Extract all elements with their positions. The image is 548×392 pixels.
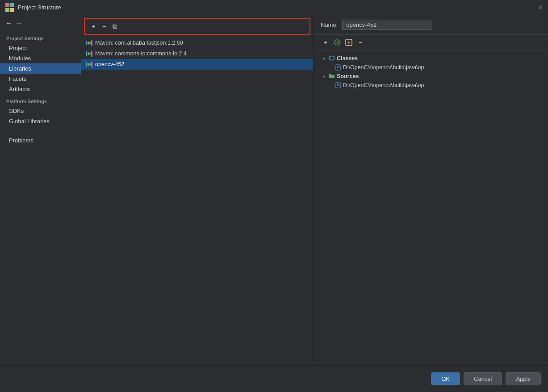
add-library-button[interactable]: + xyxy=(88,21,98,31)
sidebar-item-libraries[interactable]: Libraries xyxy=(0,63,81,74)
sidebar-item-sdks[interactable]: SDKs xyxy=(0,106,81,116)
sidebar-item-problems[interactable]: Problems xyxy=(0,135,81,146)
expand-classes-icon[interactable]: ▾ xyxy=(321,55,327,62)
svg-rect-0 xyxy=(5,3,9,7)
detail-panel: Name: + + + − xyxy=(314,15,548,392)
add-url-icon: + xyxy=(345,39,352,46)
tree-row-sources[interactable]: ▾ Sources xyxy=(314,72,548,81)
add-url-button[interactable]: + xyxy=(344,38,354,47)
library-icon xyxy=(86,40,92,46)
add-path-button[interactable]: + xyxy=(321,38,330,47)
detail-toolbar: + + + − xyxy=(314,35,548,50)
sidebar-item-facets[interactable]: Facets xyxy=(0,74,81,84)
sources-node-label: Sources xyxy=(337,73,359,79)
library-item-commons-io[interactable]: Maven: commons-io:commons-io:2.4 xyxy=(81,48,313,59)
app-icon xyxy=(5,3,14,12)
forward-arrow[interactable]: → xyxy=(15,19,22,27)
cancel-button[interactable]: Cancel xyxy=(464,372,502,385)
library-item-fastjson[interactable]: Maven: com.alibaba:fastjson:1.2.50 xyxy=(81,38,313,48)
tree-view: ▾ Classes D:\OpenCV\opencv\build\java\op xyxy=(314,50,548,383)
sidebar: ← → Project Settings Project Modules Lib… xyxy=(0,15,81,392)
expand-sources-icon[interactable]: ▾ xyxy=(321,73,327,79)
sources-file-label: D:\OpenCV\opencv\build\java\op xyxy=(343,82,424,88)
classes-file-label: D:\OpenCV\opencv\build\java\op xyxy=(343,64,424,71)
sidebar-nav-arrows: ← → xyxy=(0,15,81,31)
sources-folder-icon xyxy=(329,73,335,79)
tree-row-classes[interactable]: ▾ Classes xyxy=(314,54,548,63)
add-module-button[interactable]: + xyxy=(332,38,342,47)
tree-row-sources-child[interactable]: D:\OpenCV\opencv\build\java\op xyxy=(314,81,548,90)
library-toolbar: + − ⧉ xyxy=(84,18,310,35)
remove-library-button[interactable]: − xyxy=(99,21,109,31)
title-bar-left: Project Structure xyxy=(5,3,61,12)
library-list: Maven: com.alibaba:fastjson:1.2.50 Maven… xyxy=(81,38,313,392)
classes-file-icon xyxy=(335,64,341,71)
name-input[interactable] xyxy=(342,20,431,30)
svg-text:+: + xyxy=(336,40,339,45)
copy-library-button[interactable]: ⧉ xyxy=(110,21,120,31)
classes-icon xyxy=(329,55,335,62)
sidebar-item-project[interactable]: Project xyxy=(0,43,81,53)
svg-rect-11 xyxy=(336,83,340,88)
svg-rect-8 xyxy=(336,65,340,70)
svg-rect-2 xyxy=(5,8,9,12)
main-layout: ← → Project Settings Project Modules Lib… xyxy=(0,15,548,392)
project-settings-label: Project Settings xyxy=(0,31,81,43)
bottom-bar: OK Cancel Apply xyxy=(0,365,548,392)
ok-button[interactable]: OK xyxy=(431,372,460,385)
library-icon xyxy=(86,51,92,57)
tree-row-classes-child[interactable]: D:\OpenCV\opencv\build\java\op xyxy=(314,63,548,72)
window-title: Project Structure xyxy=(18,4,61,11)
remove-path-button[interactable]: − xyxy=(356,38,365,47)
sources-file-icon xyxy=(335,82,341,88)
classes-node-label: Classes xyxy=(337,55,358,62)
platform-settings-label: Platform Settings xyxy=(0,94,81,106)
library-icon xyxy=(86,62,92,67)
library-panel: + − ⧉ Maven: com.alibaba:fastjson:1.2.50 xyxy=(81,15,314,392)
title-bar: Project Structure × xyxy=(0,0,548,15)
close-button[interactable]: × xyxy=(539,4,543,12)
sidebar-item-global-libraries[interactable]: Global Libraries xyxy=(0,116,81,126)
content-area: + − ⧉ Maven: com.alibaba:fastjson:1.2.50 xyxy=(81,15,548,392)
svg-rect-1 xyxy=(10,3,14,7)
library-item-opencv[interactable]: opencv-452 xyxy=(81,59,313,70)
detail-header: Name: xyxy=(314,15,548,35)
svg-text:+: + xyxy=(347,40,350,45)
sidebar-item-modules[interactable]: Modules xyxy=(0,53,81,63)
svg-rect-3 xyxy=(10,8,14,12)
name-label: Name: xyxy=(321,21,338,28)
sidebar-item-artifacts[interactable]: Artifacts xyxy=(0,84,81,94)
add-to-module-icon: + xyxy=(334,39,341,46)
back-arrow[interactable]: ← xyxy=(5,19,13,27)
apply-button[interactable]: Apply xyxy=(506,372,541,385)
